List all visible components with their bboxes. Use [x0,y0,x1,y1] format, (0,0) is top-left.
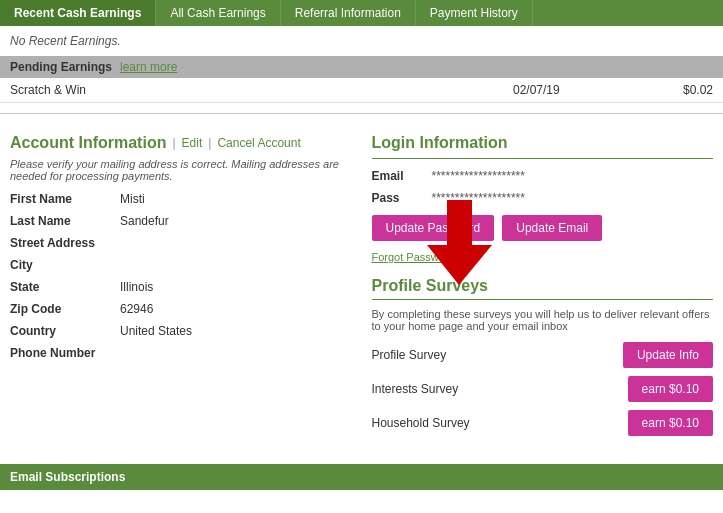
forgot-password-link[interactable]: Forgot Password [372,251,714,263]
profile-surveys-section: Profile Surveys By completing these surv… [372,277,714,436]
no-earnings-text: No Recent Earnings. [0,26,723,56]
field-last-name: Last Name Sandefur [10,214,352,228]
field-value-state: Illinois [120,280,153,294]
verify-text: Please verify your mailing address is co… [10,158,352,182]
login-section: Login Information Email ****************… [372,134,714,263]
email-subscriptions-bar: Email Subscriptions [0,464,723,490]
pending-row: Scratch & Win 02/07/19 $0.02 [0,78,723,103]
login-title: Login Information [372,134,714,152]
field-label-country: Country [10,324,120,338]
pending-label: Pending Earnings [10,60,112,74]
update-password-button[interactable]: Update Password [372,215,495,241]
field-label-zip-code: Zip Code [10,302,120,316]
profile-surveys-title: Profile Surveys [372,277,714,295]
survey-btn-profile[interactable]: Update Info [623,342,713,368]
field-city: City [10,258,352,272]
pending-header: Pending Earnings learn more [0,56,723,78]
cancel-account-link[interactable]: Cancel Account [217,136,300,150]
login-email-value: ******************** [432,169,525,183]
field-label-first-name: First Name [10,192,120,206]
field-first-name: First Name Misti [10,192,352,206]
update-email-button[interactable]: Update Email [502,215,602,241]
field-label-last-name: Last Name [10,214,120,228]
profile-surveys-divider [372,299,714,300]
survey-row-interests: Interests Survey earn $0.10 [372,376,714,402]
tab-recent-cash-earnings[interactable]: Recent Cash Earnings [0,0,156,26]
right-column: Login Information Email ****************… [372,134,714,444]
field-state: State Illinois [10,280,352,294]
login-divider [372,158,714,159]
account-section: Account Information | Edit | Cancel Acco… [10,134,352,444]
pending-item-label: Scratch & Win [10,83,513,97]
profile-surveys-description: By completing these surveys you will hel… [372,308,714,332]
tab-bar: Recent Cash Earnings All Cash Earnings R… [0,0,723,26]
red-arrow-icon [427,200,492,285]
field-phone-number: Phone Number [10,346,352,360]
survey-btn-interests[interactable]: earn $0.10 [628,376,713,402]
tab-referral-information[interactable]: Referral Information [281,0,416,26]
login-email-row: Email ******************** [372,169,714,183]
login-password-value: ******************** [432,191,525,205]
section-divider [0,113,723,114]
login-password-label: Pass [372,191,432,205]
field-label-street-address: Street Address [10,236,120,250]
learn-more-link[interactable]: learn more [120,60,177,74]
tab-payment-history[interactable]: Payment History [416,0,533,26]
email-subscriptions-label: Email Subscriptions [10,470,125,484]
sep2: | [208,136,211,150]
login-password-row: Pass ******************** [372,191,714,205]
account-title: Account Information [10,134,166,152]
field-zip-code: Zip Code 62946 [10,302,352,316]
field-value-country: United States [120,324,192,338]
field-value-first-name: Misti [120,192,145,206]
login-button-group: Update Password Update Email [372,215,714,241]
main-content: Account Information | Edit | Cancel Acco… [0,124,723,454]
field-value-last-name: Sandefur [120,214,169,228]
pending-item-amount: $0.02 [633,83,713,97]
field-street-address: Street Address [10,236,352,250]
field-label-phone-number: Phone Number [10,346,120,360]
survey-row-household: Household Survey earn $0.10 [372,410,714,436]
survey-name-profile: Profile Survey [372,348,447,362]
field-label-city: City [10,258,120,272]
survey-name-interests: Interests Survey [372,382,459,396]
survey-btn-household[interactable]: earn $0.10 [628,410,713,436]
survey-row-profile: Profile Survey Update Info [372,342,714,368]
login-email-label: Email [372,169,432,183]
tab-all-cash-earnings[interactable]: All Cash Earnings [156,0,280,26]
pending-item-date: 02/07/19 [513,83,633,97]
account-header: Account Information | Edit | Cancel Acco… [10,134,352,152]
field-label-state: State [10,280,120,294]
svg-marker-0 [427,200,492,285]
edit-link[interactable]: Edit [182,136,203,150]
field-country: Country United States [10,324,352,338]
survey-name-household: Household Survey [372,416,470,430]
sep1: | [172,136,175,150]
field-value-zip-code: 62946 [120,302,153,316]
